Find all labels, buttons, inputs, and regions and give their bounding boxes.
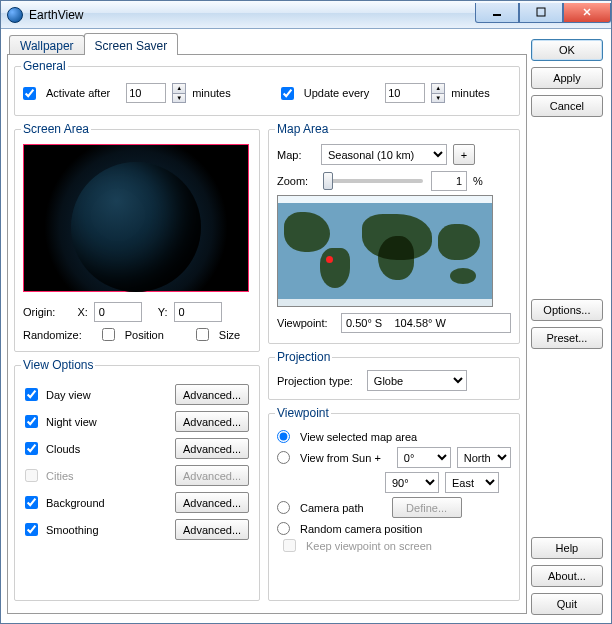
group-screen-area: Screen Area Origin: X: Y: Randomize: [14,122,260,352]
origin-x-input[interactable] [94,302,142,322]
vp-random-label: Random camera position [300,523,422,535]
update-every-label: Update every [304,87,369,99]
cancel-button[interactable]: Cancel [531,95,603,117]
vp-selected-label: View selected map area [300,431,417,443]
keep-viewpoint-label: Keep viewpoint on screen [306,540,432,552]
map-marker-icon [326,256,333,263]
map-add-button[interactable]: + [453,144,475,165]
zoom-input[interactable] [431,171,467,191]
activate-after-label: Activate after [46,87,110,99]
map-label: Map: [277,149,315,161]
vo-advanced-1[interactable]: Advanced... [175,411,249,432]
vo-advanced-5[interactable]: Advanced... [175,519,249,540]
vp-selected-radio[interactable] [277,430,290,443]
vo-advanced-0[interactable]: Advanced... [175,384,249,405]
vp-camera-radio[interactable] [277,501,290,514]
vp-camera-label: Camera path [300,502,364,514]
activate-after-checkbox[interactable] [23,87,36,100]
tab-wallpaper[interactable]: Wallpaper [9,35,85,55]
viewpoint-coord-input[interactable] [341,313,511,333]
app-window: EarthView Wallpaper Screen Saver General… [0,0,612,624]
legend-screen-area: Screen Area [21,122,91,136]
update-every-checkbox[interactable] [281,87,294,100]
titlebar[interactable]: EarthView [1,1,611,29]
origin-label: Origin: [23,306,55,318]
y-label: Y: [158,306,168,318]
vp-dir1-combo[interactable]: North [457,447,511,468]
vp-angle1-combo[interactable]: 0° [397,447,451,468]
viewpoint-coord-label: Viewpoint: [277,317,335,329]
vo-checkbox-3[interactable] [25,469,38,482]
vo-label-0: Day view [46,389,91,401]
group-view-options: View Options Day viewAdvanced...Night vi… [14,358,260,601]
vo-checkbox-5[interactable] [25,523,38,536]
vo-checkbox-1[interactable] [25,415,38,428]
update-unit: minutes [451,87,490,99]
randomize-label: Randomize: [23,329,82,341]
vo-label-3: Cities [46,470,74,482]
legend-map-area: Map Area [275,122,330,136]
maximize-button[interactable] [519,3,563,23]
map-preview[interactable] [277,195,493,307]
vo-checkbox-2[interactable] [25,442,38,455]
projection-type-combo[interactable]: Globe [367,370,467,391]
group-viewpoint: Viewpoint View selected map area View fr… [268,406,520,601]
zoom-label: Zoom: [277,175,315,187]
update-every-input[interactable] [385,83,425,103]
zoom-slider[interactable] [323,179,423,183]
randomize-position-label: Position [125,329,164,341]
randomize-size-label: Size [219,329,240,341]
main-area: Wallpaper Screen Saver General Activate … [1,29,531,623]
legend-view-options: View Options [21,358,95,372]
x-label: X: [77,306,87,318]
group-map-area: Map Area Map: Seasonal (10 km) + Zoom: [268,122,520,344]
legend-viewpoint: Viewpoint [275,406,331,420]
svg-rect-0 [493,14,501,16]
vo-checkbox-4[interactable] [25,496,38,509]
window-title: EarthView [29,8,83,22]
vp-sun-label: View from Sun + [300,452,381,464]
preset-button[interactable]: Preset... [531,327,603,349]
close-button[interactable] [563,3,611,23]
activate-spin[interactable]: ▲▼ [172,83,186,103]
apply-button[interactable]: Apply [531,67,603,89]
vo-label-5: Smoothing [46,524,99,536]
randomize-size-checkbox[interactable] [196,328,209,341]
vo-label-1: Night view [46,416,97,428]
legend-general: General [21,59,68,73]
svg-rect-1 [537,8,545,16]
map-combo[interactable]: Seasonal (10 km) [321,144,447,165]
vo-checkbox-0[interactable] [25,388,38,401]
zoom-unit: % [473,175,483,187]
origin-y-input[interactable] [174,302,222,322]
vp-dir2-combo[interactable]: East [445,472,499,493]
vp-sun-radio[interactable] [277,451,290,464]
ok-button[interactable]: OK [531,39,603,61]
randomize-position-checkbox[interactable] [102,328,115,341]
define-button[interactable]: Define... [392,497,462,518]
app-icon [7,7,23,23]
minimize-button[interactable] [475,3,519,23]
activate-after-input[interactable] [126,83,166,103]
vo-label-2: Clouds [46,443,80,455]
group-general: General Activate after ▲▼ minutes Update… [14,59,520,116]
tab-page: General Activate after ▲▼ minutes Update… [7,54,527,614]
vp-random-radio[interactable] [277,522,290,535]
keep-viewpoint-checkbox[interactable] [283,539,296,552]
group-projection: Projection Projection type: Globe [268,350,520,400]
about-button[interactable]: About... [531,565,603,587]
projection-type-label: Projection type: [277,375,353,387]
vp-angle2-combo[interactable]: 90° [385,472,439,493]
screen-preview[interactable] [23,144,249,292]
tab-screen-saver[interactable]: Screen Saver [84,33,179,55]
legend-projection: Projection [275,350,332,364]
update-spin[interactable]: ▲▼ [431,83,445,103]
quit-button[interactable]: Quit [531,593,603,615]
sidebar: OK Apply Cancel Options... Preset... Hel… [531,29,611,623]
vo-label-4: Background [46,497,105,509]
vo-advanced-4[interactable]: Advanced... [175,492,249,513]
help-button[interactable]: Help [531,537,603,559]
options-button[interactable]: Options... [531,299,603,321]
vo-advanced-2[interactable]: Advanced... [175,438,249,459]
vo-advanced-3[interactable]: Advanced... [175,465,249,486]
